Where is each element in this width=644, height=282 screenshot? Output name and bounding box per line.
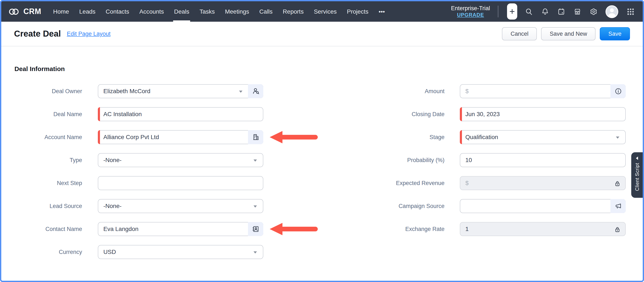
nav-item-meetings[interactable]: Meetings xyxy=(220,1,254,22)
field-label: Amount xyxy=(376,84,444,98)
save-and-new-button[interactable]: Save and New xyxy=(541,27,596,40)
field-label: Expected Revenue xyxy=(376,176,444,190)
dropdown-caret-icon[interactable] xyxy=(616,136,619,139)
currency-field[interactable]: USD xyxy=(98,245,263,259)
field-label: Stage xyxy=(376,130,444,144)
brand-name: CRM xyxy=(24,7,41,16)
field-value: USD xyxy=(103,246,116,258)
nav-item-tasks[interactable]: Tasks xyxy=(194,1,220,22)
app-grid-icon[interactable] xyxy=(626,7,635,16)
nav-item-contacts[interactable]: Contacts xyxy=(100,1,134,22)
field-label: Probability (%) xyxy=(376,153,444,167)
quick-create-button[interactable] xyxy=(507,4,517,20)
cancel-button[interactable]: Cancel xyxy=(502,27,537,40)
nav-item-projects[interactable]: Projects xyxy=(342,1,374,22)
main-menu: HomeLeadsContactsAccountsDealsTasksMeeti… xyxy=(48,1,390,22)
field-label: Exchange Rate xyxy=(376,222,444,236)
edit-page-layout-link[interactable]: Edit Page Layout xyxy=(67,30,110,37)
amount-field[interactable]: $ xyxy=(460,84,626,98)
lock-icon xyxy=(614,226,621,233)
lock-icon xyxy=(614,180,621,187)
stage-field[interactable]: Qualification xyxy=(460,130,626,144)
currency-row: CurrencyUSD xyxy=(1,245,643,259)
collapse-arrow-icon xyxy=(636,156,638,160)
zoho-logo-icon xyxy=(8,7,20,16)
closing-date-row: Closing DateJun 30, 2023 xyxy=(1,107,643,121)
dropdown-caret-icon[interactable] xyxy=(254,252,257,254)
field-value: Jun 30, 2023 xyxy=(465,108,500,121)
upgrade-link[interactable]: UPGRADE xyxy=(451,12,490,18)
field-label: Closing Date xyxy=(376,107,444,121)
nav-item-calls[interactable]: Calls xyxy=(254,1,278,22)
top-navbar: CRM HomeLeadsContactsAccountsDealsTasksM… xyxy=(1,1,643,22)
campaign-source-row: Campaign Source xyxy=(1,199,643,213)
campaign-source-field[interactable] xyxy=(460,199,626,213)
nav-item-reports[interactable]: Reports xyxy=(278,1,309,22)
page-header: Create Deal Edit Page Layout Cancel Save… xyxy=(1,22,643,46)
plan-info: Enterprise-Trial UPGRADE xyxy=(451,5,490,18)
nav-item-leads[interactable]: Leads xyxy=(74,1,100,22)
stage-row: StageQualification xyxy=(1,130,643,144)
header-actions: Cancel Save and New Save xyxy=(502,27,630,40)
exchange-rate-field[interactable]: 1 xyxy=(460,222,626,236)
divider xyxy=(498,6,498,18)
save-button[interactable]: Save xyxy=(600,27,630,40)
page-title: Create Deal xyxy=(14,29,61,39)
closing-date-field[interactable]: Jun 30, 2023 xyxy=(460,107,626,121)
expected-revenue-row: Expected Revenue$ xyxy=(1,176,643,190)
bell-icon[interactable] xyxy=(541,7,549,16)
app-window: CRM HomeLeadsContactsAccountsDealsTasksM… xyxy=(0,0,644,282)
field-value: Qualification xyxy=(465,130,498,144)
nav-item-deals[interactable]: Deals xyxy=(169,1,194,22)
nav-item-accounts[interactable]: Accounts xyxy=(134,1,169,22)
field-value: 10 xyxy=(465,154,472,167)
field-label: Campaign Source xyxy=(376,199,444,213)
section-title: Deal Information xyxy=(14,65,65,72)
expected-revenue-field[interactable]: $ xyxy=(460,176,626,190)
field-value: $ xyxy=(465,176,469,190)
megaphone-icon[interactable] xyxy=(610,199,626,213)
field-value: $ xyxy=(465,85,469,98)
exchange-rate-row: Exchange Rate1 xyxy=(1,222,643,236)
probability-row: Probability (%)10 xyxy=(1,153,643,167)
probability-field[interactable]: 10 xyxy=(460,153,626,167)
navbar-right: Enterprise-Trial UPGRADE xyxy=(451,4,638,20)
brand[interactable]: CRM xyxy=(8,7,41,16)
calendar-icon[interactable] xyxy=(557,7,565,16)
nav-item-more[interactable]: ••• xyxy=(374,1,390,22)
info-icon[interactable] xyxy=(610,84,626,98)
field-label: Currency xyxy=(10,245,82,259)
client-script-tab[interactable]: Client Script xyxy=(631,152,643,198)
search-icon[interactable] xyxy=(524,7,533,16)
nav-item-home[interactable]: Home xyxy=(48,1,74,22)
plan-label: Enterprise-Trial xyxy=(451,5,490,12)
avatar[interactable] xyxy=(605,5,618,18)
marketplace-icon[interactable] xyxy=(573,7,582,16)
settings-gear-icon[interactable] xyxy=(589,7,598,16)
nav-item-services[interactable]: Services xyxy=(309,1,342,22)
field-value: 1 xyxy=(465,222,469,236)
client-script-label: Client Script xyxy=(634,163,640,191)
amount-row: Amount$ xyxy=(1,84,643,98)
create-deal-form: Deal Information Deal OwnerElizabeth McC… xyxy=(1,46,643,280)
